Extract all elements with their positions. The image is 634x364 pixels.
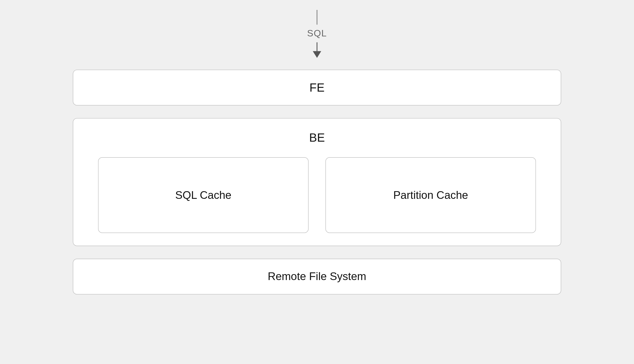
architecture-diagram: SQL FE BE SQL Cache Partition Cache Remo… — [0, 10, 634, 294]
partition-cache-label: Partition Cache — [393, 189, 468, 202]
sql-cache-label: SQL Cache — [175, 189, 232, 202]
be-label: BE — [309, 131, 325, 144]
be-inner-row: SQL Cache Partition Cache — [86, 157, 548, 233]
remote-file-system-box: Remote File System — [73, 259, 561, 295]
rfs-label: Remote File System — [268, 270, 366, 283]
fe-box: FE — [73, 70, 561, 106]
arrow-label: SQL — [307, 28, 327, 39]
arrow-head-icon — [313, 51, 321, 58]
sql-cache-box: SQL Cache — [98, 157, 308, 233]
partition-cache-box: Partition Cache — [326, 157, 536, 233]
sql-arrow: SQL — [307, 10, 327, 57]
arrow-line-top — [316, 10, 317, 25]
arrow-line-bottom — [316, 42, 317, 57]
fe-label: FE — [310, 81, 325, 94]
be-box: BE SQL Cache Partition Cache — [73, 118, 561, 246]
